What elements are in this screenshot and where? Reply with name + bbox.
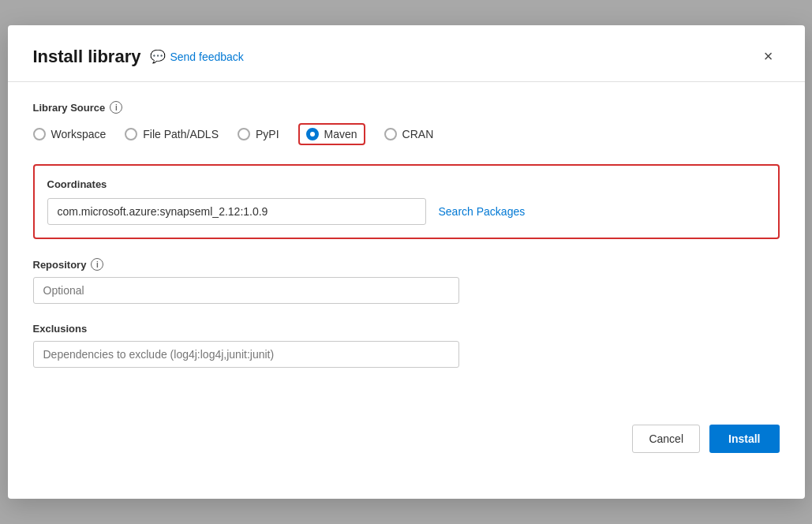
repository-info-icon: i xyxy=(91,258,103,271)
coordinates-section: Coordinates Search Packages xyxy=(33,164,780,239)
radio-maven[interactable] xyxy=(306,128,319,140)
exclusions-label: Exclusions xyxy=(33,323,780,335)
radio-filepath[interactable] xyxy=(125,128,137,140)
search-packages-link[interactable]: Search Packages xyxy=(439,205,526,218)
dialog-overlay: Install library 💬 Send feedback × Librar… xyxy=(0,0,812,524)
dialog-header: Install library 💬 Send feedback × xyxy=(8,25,805,82)
coordinates-label: Coordinates xyxy=(47,178,765,190)
repository-label: Repository i xyxy=(33,258,780,271)
maven-wrapper: Maven xyxy=(298,123,365,145)
radio-pypi[interactable] xyxy=(238,128,250,140)
library-source-radio-group: Workspace File Path/ADLS PyPI Maven xyxy=(33,123,780,145)
radio-option-cran[interactable]: CRAN xyxy=(384,128,434,140)
radio-option-workspace[interactable]: Workspace xyxy=(33,128,107,140)
exclusions-input[interactable] xyxy=(33,341,459,368)
repository-section: Repository i xyxy=(33,258,780,304)
radio-option-filepath[interactable]: File Path/ADLS xyxy=(125,128,219,140)
radio-filepath-label: File Path/ADLS xyxy=(143,128,219,140)
radio-option-maven[interactable]: Maven xyxy=(306,128,357,140)
radio-cran-label: CRAN xyxy=(402,128,434,140)
install-button[interactable]: Install xyxy=(709,425,779,453)
cancel-button[interactable]: Cancel xyxy=(632,425,700,453)
radio-cran[interactable] xyxy=(384,128,397,140)
dialog-footer: Cancel Install xyxy=(8,412,805,472)
library-source-label: Library Source i xyxy=(33,101,780,114)
library-source-info-icon: i xyxy=(110,101,122,114)
radio-pypi-label: PyPI xyxy=(256,128,279,140)
dialog-title: Install library xyxy=(33,47,141,67)
repository-input[interactable] xyxy=(33,277,459,304)
install-library-dialog: Install library 💬 Send feedback × Librar… xyxy=(8,25,805,499)
coordinates-row: Search Packages xyxy=(47,198,765,225)
send-feedback-link[interactable]: 💬 Send feedback xyxy=(150,49,243,64)
radio-maven-label: Maven xyxy=(324,128,357,140)
title-group: Install library 💬 Send feedback xyxy=(33,47,244,67)
feedback-icon: 💬 xyxy=(150,49,166,64)
close-button[interactable]: × xyxy=(758,44,780,69)
coordinates-input[interactable] xyxy=(47,198,426,225)
exclusions-section: Exclusions xyxy=(33,323,780,368)
radio-workspace-label: Workspace xyxy=(51,128,107,140)
radio-option-pypi[interactable]: PyPI xyxy=(238,128,279,140)
send-feedback-label: Send feedback xyxy=(170,51,243,63)
radio-workspace[interactable] xyxy=(33,128,46,140)
dialog-body: Library Source i Workspace File Path/ADL… xyxy=(8,82,805,412)
